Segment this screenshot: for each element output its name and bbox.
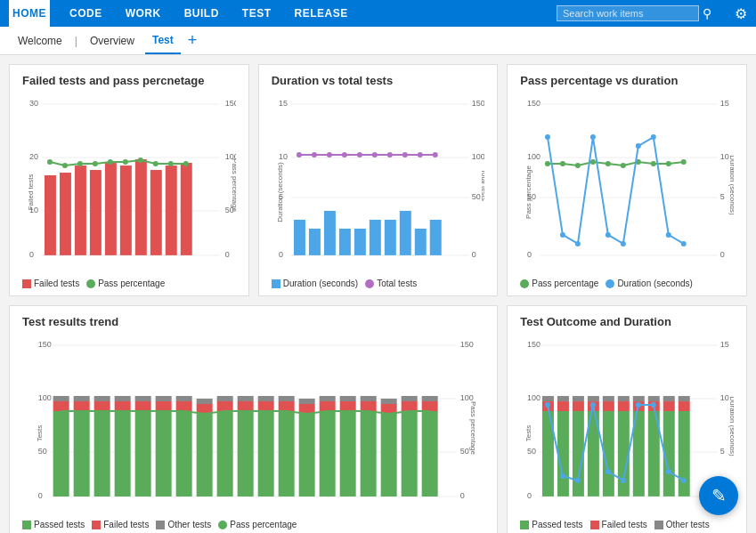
svg-rect-164 bbox=[381, 414, 397, 497]
svg-point-61 bbox=[342, 152, 347, 157]
legend-failed4-label: Failed tests bbox=[103, 520, 149, 529]
svg-rect-149 bbox=[279, 411, 295, 497]
svg-rect-48 bbox=[294, 220, 305, 255]
svg-text:Tests: Tests bbox=[36, 425, 44, 442]
svg-rect-144 bbox=[238, 401, 254, 411]
nav-work[interactable]: WORK bbox=[122, 0, 165, 27]
svg-text:Pass percentage: Pass percentage bbox=[231, 158, 236, 212]
nav-test[interactable]: TEST bbox=[239, 0, 275, 27]
chart4-title: Test results trend bbox=[22, 315, 484, 328]
svg-rect-159 bbox=[340, 401, 356, 411]
legend-pass-pct: Pass percentage bbox=[86, 279, 165, 288]
svg-point-100 bbox=[666, 232, 671, 238]
chart-pass-vs-duration: Pass percentage vs duration 150 100 50 0… bbox=[507, 64, 747, 296]
svg-point-98 bbox=[636, 143, 641, 149]
svg-rect-195 bbox=[573, 396, 584, 401]
chart3-title: Pass percentage vs duration bbox=[520, 74, 734, 87]
svg-text:150: 150 bbox=[527, 340, 541, 349]
svg-point-65 bbox=[402, 152, 407, 157]
svg-rect-214 bbox=[679, 411, 690, 497]
svg-rect-21 bbox=[150, 170, 162, 255]
svg-text:15: 15 bbox=[720, 99, 729, 108]
svg-rect-201 bbox=[603, 396, 614, 401]
legend-duration-color bbox=[272, 279, 280, 288]
nav-code[interactable]: CODE bbox=[66, 0, 106, 27]
svg-point-223 bbox=[636, 402, 641, 408]
svg-rect-17 bbox=[90, 170, 102, 255]
legend-total-color bbox=[365, 279, 374, 288]
svg-text:0: 0 bbox=[279, 250, 283, 259]
svg-rect-160 bbox=[340, 396, 356, 401]
search-icon[interactable]: ⚲ bbox=[703, 6, 711, 20]
subnav-add[interactable]: + bbox=[184, 31, 201, 50]
svg-rect-203 bbox=[618, 401, 630, 411]
svg-rect-134 bbox=[176, 411, 192, 497]
chart-duration-total: Duration vs total tests 15 10 5 0 150 10… bbox=[258, 64, 499, 296]
legend-pass-color bbox=[86, 279, 95, 288]
svg-rect-157 bbox=[320, 396, 336, 401]
svg-rect-131 bbox=[156, 411, 172, 497]
legend-failed5-label: Failed tests bbox=[602, 520, 647, 529]
legend-failed-color bbox=[22, 279, 31, 288]
svg-text:Pass percentage: Pass percentage bbox=[469, 401, 477, 456]
subnav-welcome[interactable]: Welcome bbox=[11, 27, 69, 54]
svg-rect-204 bbox=[618, 396, 630, 401]
svg-rect-128 bbox=[135, 411, 151, 497]
svg-rect-124 bbox=[94, 396, 110, 401]
svg-point-87 bbox=[621, 163, 626, 168]
edit-fab[interactable]: ✎ bbox=[699, 476, 738, 515]
svg-rect-55 bbox=[399, 211, 411, 255]
chart1-title: Failed tests and pass percnetage bbox=[22, 74, 236, 87]
svg-rect-154 bbox=[299, 399, 315, 404]
svg-rect-189 bbox=[542, 396, 554, 401]
svg-text:Duration (seconds): Duration (seconds) bbox=[728, 155, 734, 215]
legend-failed4-color bbox=[92, 521, 101, 529]
svg-point-59 bbox=[312, 152, 317, 157]
svg-point-96 bbox=[606, 232, 611, 238]
svg-point-95 bbox=[590, 134, 596, 140]
svg-rect-190 bbox=[557, 411, 569, 497]
svg-rect-133 bbox=[156, 396, 172, 401]
svg-rect-130 bbox=[135, 396, 151, 401]
nav-release[interactable]: RELEASE bbox=[291, 0, 352, 27]
svg-rect-14 bbox=[45, 175, 56, 255]
svg-text:50: 50 bbox=[527, 447, 536, 456]
settings-icon[interactable]: ⚙ bbox=[735, 5, 747, 22]
svg-point-93 bbox=[560, 232, 565, 238]
svg-text:150: 150 bbox=[527, 99, 541, 108]
svg-point-101 bbox=[681, 241, 687, 246]
chart5-legend: Passed tests Failed tests Other tests Du… bbox=[520, 520, 734, 533]
svg-text:50: 50 bbox=[460, 447, 469, 456]
subnav-overview[interactable]: Overview bbox=[83, 27, 142, 54]
svg-point-94 bbox=[575, 241, 581, 246]
svg-rect-140 bbox=[217, 411, 233, 497]
svg-point-92 bbox=[545, 134, 550, 140]
svg-text:150: 150 bbox=[471, 99, 484, 108]
legend-total: Total tests bbox=[365, 279, 417, 288]
subnav-test[interactable]: Test bbox=[145, 27, 181, 54]
svg-rect-216 bbox=[679, 396, 690, 401]
svg-text:100: 100 bbox=[527, 393, 541, 402]
legend-other5-label: Other tests bbox=[666, 520, 710, 529]
svg-text:5: 5 bbox=[720, 192, 725, 201]
svg-point-84 bbox=[575, 163, 581, 168]
legend-pass3-color bbox=[520, 279, 529, 288]
svg-text:Tests: Tests bbox=[524, 425, 532, 442]
nav-home[interactable]: HOME bbox=[9, 0, 50, 27]
svg-text:150: 150 bbox=[38, 340, 52, 349]
svg-rect-169 bbox=[402, 396, 418, 401]
svg-rect-143 bbox=[238, 411, 254, 497]
svg-point-25 bbox=[62, 163, 68, 168]
svg-rect-156 bbox=[320, 401, 336, 411]
legend-total-label: Total tests bbox=[377, 279, 417, 288]
legend-failed5-color bbox=[590, 521, 599, 529]
legend-passed5: Passed tests bbox=[520, 520, 582, 529]
svg-rect-51 bbox=[339, 229, 351, 255]
svg-point-66 bbox=[417, 152, 422, 157]
search-input[interactable] bbox=[557, 5, 699, 21]
svg-point-82 bbox=[545, 161, 550, 166]
svg-rect-167 bbox=[402, 411, 418, 497]
nav-build[interactable]: BUILD bbox=[181, 0, 223, 27]
chart2-legend: Duration (seconds) Total tests bbox=[272, 279, 485, 288]
legend-duration-label: Duration (seconds) bbox=[283, 279, 358, 288]
